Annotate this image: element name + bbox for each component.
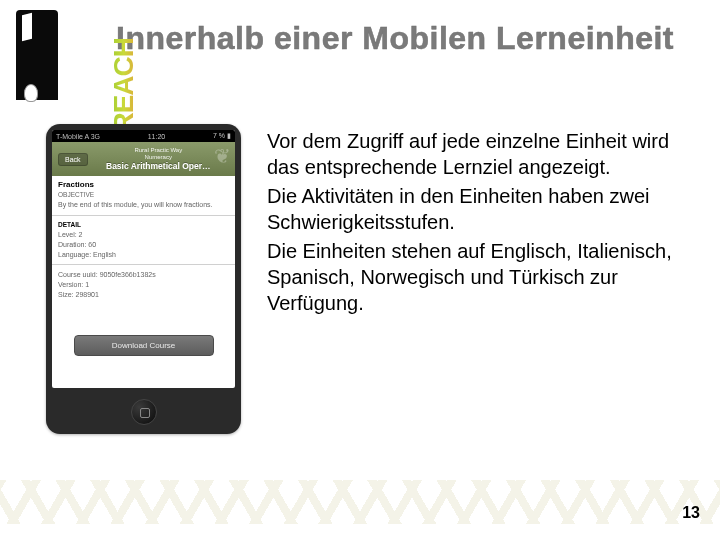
slide-header: REACH Innerhalb einer Mobilen Lerneinhei… xyxy=(0,0,720,110)
nav-title-block: Rural Practic Way Numeracy Basic Arithme… xyxy=(88,147,229,172)
download-course-button[interactable]: Download Course xyxy=(74,335,214,356)
home-button[interactable] xyxy=(131,399,157,425)
detail-duration: Duration: 60 xyxy=(58,240,229,249)
course-uuid: Course uuid: 9050fe366b1382s xyxy=(58,270,229,279)
phone-screen: T-Mobile A 3G 11:20 7 % ▮ Back Rural Pra… xyxy=(52,130,235,388)
section-fractions: Fractions OBJECTIVE By the end of this m… xyxy=(52,176,235,216)
paragraph-1: Vor dem Zugriff auf jede einzelne Einhei… xyxy=(267,128,686,181)
status-battery: 7 % ▮ xyxy=(213,132,231,140)
detail-level: Level: 2 xyxy=(58,230,229,239)
back-button[interactable]: Back xyxy=(58,153,88,166)
status-bar: T-Mobile A 3G 11:20 7 % ▮ xyxy=(52,130,235,142)
logo-brand-text: REACH xyxy=(108,38,140,133)
reach-logo: REACH xyxy=(10,10,110,110)
section-meta: Course uuid: 9050fe366b1382s Version: 1 … xyxy=(52,265,235,304)
section-detail: DETAIL Level: 2 Duration: 60 Language: E… xyxy=(52,216,235,266)
nav-title: Basic Arithmetical Oper… xyxy=(88,161,229,171)
status-carrier: T-Mobile A 3G xyxy=(56,133,100,140)
slide-body-text: Vor dem Zugriff auf jede einzelne Einhei… xyxy=(267,124,696,434)
nav-subtitle-top: Rural Practic Way xyxy=(88,147,229,154)
phone-mockup: T-Mobile A 3G 11:20 7 % ▮ Back Rural Pra… xyxy=(46,124,241,434)
fractions-heading: Fractions xyxy=(58,180,229,189)
detail-label: DETAIL xyxy=(58,221,229,229)
phone-nav-bar: Back Rural Practic Way Numeracy Basic Ar… xyxy=(52,142,235,176)
nav-subtitle-mid: Numeracy xyxy=(88,154,229,161)
detail-language: Language: English xyxy=(58,250,229,259)
wheat-icon: ❦ xyxy=(214,146,231,166)
objective-label: OBJECTIVE xyxy=(58,191,229,199)
slide-content: T-Mobile A 3G 11:20 7 % ▮ Back Rural Pra… xyxy=(0,110,720,434)
course-version: Version: 1 xyxy=(58,280,229,289)
paragraph-2: Die Aktivitäten in den Einheiten haben z… xyxy=(267,183,686,236)
course-size: Size: 298901 xyxy=(58,290,229,299)
footer-decoration xyxy=(0,480,720,524)
page-number: 13 xyxy=(682,504,700,522)
paragraph-3: Die Einheiten stehen auf Englisch, Itali… xyxy=(267,238,686,317)
slide-title: Innerhalb einer Mobilen Lerneinheit xyxy=(110,10,674,58)
status-time: 11:20 xyxy=(148,133,166,140)
objective-text: By the end of this module, you will know… xyxy=(58,200,229,209)
